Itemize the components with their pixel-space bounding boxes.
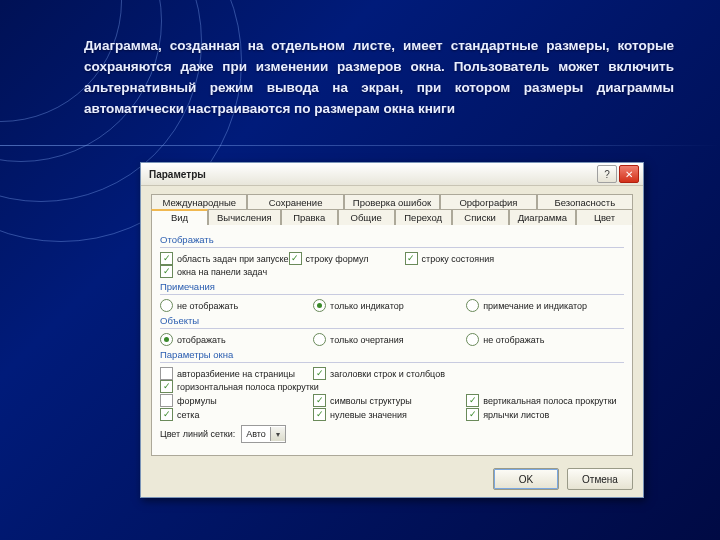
checkbox-vscroll[interactable]: вертикальная полоса прокрутки: [466, 394, 619, 407]
checkbox-taskpane[interactable]: область задач при запуске: [160, 252, 289, 265]
options-dialog: Параметры ? ✕ Международные Сохранение П…: [140, 162, 644, 498]
tab-row-lower: Вид Вычисления Правка Общие Переход Спис…: [151, 209, 633, 224]
checkbox-taskbar-windows[interactable]: окна на панели задач: [160, 265, 276, 278]
tab-transition[interactable]: Переход: [395, 209, 452, 225]
radio-comments-indicator[interactable]: только индикатор: [313, 299, 466, 312]
dialog-title: Параметры: [145, 169, 206, 180]
titlebar: Параметры ? ✕: [141, 163, 643, 186]
tab-view[interactable]: Вид: [151, 209, 208, 225]
radio-comments-none[interactable]: не отображать: [160, 299, 313, 312]
tab-spelling[interactable]: Орфография: [440, 194, 536, 210]
radio-comments-both[interactable]: примечание и индикатор: [466, 299, 619, 312]
checkbox-pagebreaks[interactable]: авторазбиение на страницы: [160, 367, 313, 380]
tab-errorcheck[interactable]: Проверка ошибок: [344, 194, 440, 210]
close-button[interactable]: ✕: [619, 165, 639, 183]
ok-button[interactable]: OK: [493, 468, 559, 490]
tab-save[interactable]: Сохранение: [247, 194, 343, 210]
gridcolor-value: Авто: [242, 429, 270, 439]
help-button[interactable]: ?: [597, 165, 617, 183]
checkbox-outline[interactable]: символы структуры: [313, 394, 466, 407]
tab-chart[interactable]: Диаграмма: [509, 209, 576, 225]
checkbox-hscroll[interactable]: горизонтальная полоса прокрутки: [160, 380, 319, 393]
tab-color[interactable]: Цвет: [576, 209, 633, 225]
tab-lists[interactable]: Списки: [452, 209, 509, 225]
tab-calc[interactable]: Вычисления: [208, 209, 281, 225]
checkbox-formulabar[interactable]: строку формул: [289, 252, 405, 265]
group-display-title: Отображать: [160, 234, 624, 245]
tab-panel: Отображать область задач при запуске стр…: [151, 224, 633, 456]
gridcolor-dropdown[interactable]: Авто ▾: [241, 425, 286, 443]
tab-international[interactable]: Международные: [151, 194, 247, 210]
tab-general[interactable]: Общие: [338, 209, 395, 225]
tab-security[interactable]: Безопасность: [537, 194, 633, 210]
group-window-title: Параметры окна: [160, 349, 624, 360]
checkbox-gridlines[interactable]: сетка: [160, 408, 313, 421]
checkbox-headers[interactable]: заголовки строк и столбцов: [313, 367, 466, 380]
tab-edit[interactable]: Правка: [281, 209, 338, 225]
radio-objects-show[interactable]: отображать: [160, 333, 313, 346]
radio-objects-hide[interactable]: не отображать: [466, 333, 619, 346]
chevron-down-icon: ▾: [270, 427, 285, 441]
checkbox-sheettabs[interactable]: ярлычки листов: [466, 408, 619, 421]
checkbox-statusbar[interactable]: строку состояния: [405, 252, 521, 265]
radio-objects-placeholders[interactable]: только очертания: [313, 333, 466, 346]
group-objects-title: Объекты: [160, 315, 624, 326]
gridcolor-label: Цвет линий сетки:: [160, 429, 235, 439]
slide-caption: Диаграмма, созданная на отдельном листе,…: [84, 36, 674, 120]
tab-row-upper: Международные Сохранение Проверка ошибок…: [151, 194, 633, 209]
group-comments-title: Примечания: [160, 281, 624, 292]
checkbox-zeros[interactable]: нулевые значения: [313, 408, 466, 421]
cancel-button[interactable]: Отмена: [567, 468, 633, 490]
checkbox-formulas[interactable]: формулы: [160, 394, 313, 407]
